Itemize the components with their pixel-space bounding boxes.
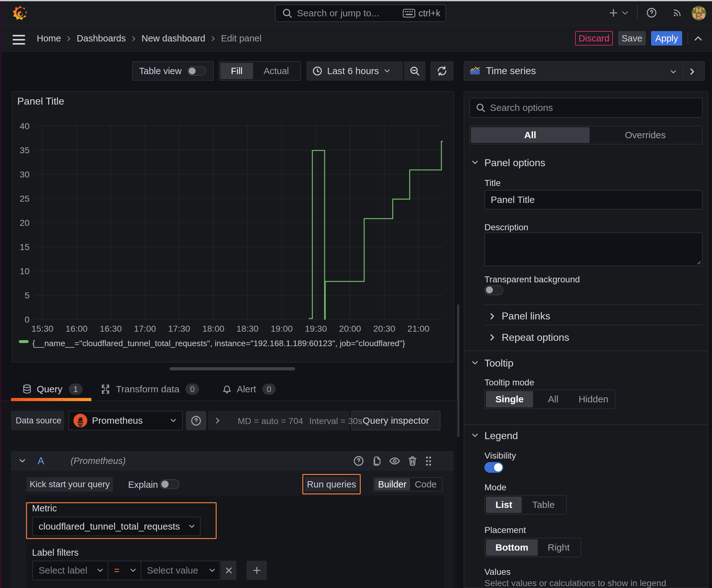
svg-text:19:00: 19:00 xyxy=(271,324,293,334)
svg-text:20:00: 20:00 xyxy=(339,324,361,334)
svg-text:17:00: 17:00 xyxy=(134,324,156,334)
svg-text:35: 35 xyxy=(20,145,29,155)
svg-text:16:30: 16:30 xyxy=(100,324,122,334)
svg-text:5: 5 xyxy=(24,291,29,300)
svg-text:15:30: 15:30 xyxy=(31,324,53,334)
svg-text:40: 40 xyxy=(20,121,29,131)
svg-text:18:00: 18:00 xyxy=(202,324,224,334)
svg-text:17:30: 17:30 xyxy=(168,324,190,334)
svg-text:16:00: 16:00 xyxy=(66,324,88,334)
svg-text:10: 10 xyxy=(20,266,29,276)
svg-text:0: 0 xyxy=(24,315,29,324)
svg-text:15: 15 xyxy=(20,242,29,252)
svg-text:30: 30 xyxy=(20,170,29,180)
svg-text:19:30: 19:30 xyxy=(305,324,327,334)
svg-text:21:00: 21:00 xyxy=(408,324,429,334)
svg-text:18:30: 18:30 xyxy=(236,324,258,334)
svg-text:25: 25 xyxy=(20,194,29,204)
svg-text:20:30: 20:30 xyxy=(373,324,395,334)
svg-text:20: 20 xyxy=(20,218,29,228)
